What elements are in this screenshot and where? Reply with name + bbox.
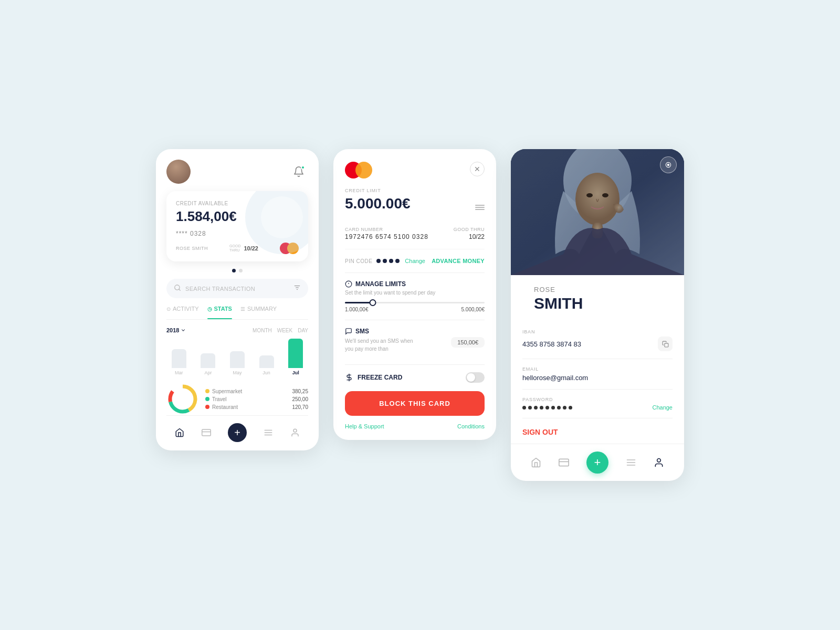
card-expiry-wrap: GOODTHRU 10/22 — [229, 244, 258, 253]
credit-limit-label: CREDIT LIMIT — [345, 188, 485, 193]
legend-section: Supermarket 380,25 Travel 250,00 Restaur… — [166, 383, 308, 415]
period-day[interactable]: DAY — [298, 328, 308, 333]
svg-rect-26 — [664, 343, 668, 346]
slider-fill — [345, 302, 373, 303]
legend-label-supermarket: Supermarket — [212, 388, 242, 394]
bar-label-mar: Mar — [175, 370, 183, 375]
freeze-row: FREEZE CARD — [345, 372, 485, 383]
nav-add[interactable]: + — [228, 423, 247, 442]
bar-label-may: May — [233, 370, 242, 375]
nav-menu[interactable] — [264, 428, 273, 437]
year-select[interactable]: 2018 — [166, 327, 186, 333]
pnav-card[interactable] — [559, 457, 569, 468]
menu-icon[interactable] — [475, 205, 485, 210]
block-card-button[interactable]: BLOCK THIS CARD — [345, 391, 485, 416]
screen2-card-settings: ✕ CREDIT LIMIT 5.000.00€ CARD NUMBER 197… — [333, 149, 496, 440]
nav-home[interactable] — [175, 428, 184, 437]
good-thru-value: 10/22 — [454, 233, 485, 240]
credit-limit-amount: 5.000.00€ — [345, 195, 411, 212]
svg-point-25 — [668, 164, 668, 165]
sign-out-button[interactable]: SIGN OUT — [522, 418, 673, 444]
limit-slider[interactable] — [345, 302, 485, 303]
manage-limits-label: MANAGE LIMITS — [355, 280, 406, 288]
profile-first-name: ROSE — [534, 286, 661, 293]
profile-photo — [511, 149, 684, 275]
iban-value: 4355 8758 3874 83 — [522, 340, 581, 348]
profile-photo-inner — [511, 149, 684, 275]
photo-overlay — [511, 149, 684, 275]
svg-point-32 — [657, 459, 660, 463]
pnav-add[interactable]: + — [586, 452, 608, 474]
email-label: EMAIL — [522, 366, 673, 372]
tabs: ⊙ ACTIVITY ◷ STATS ☰ SUMMARY — [166, 306, 308, 320]
good-thru-info: GOOD THRU 10/22 — [454, 227, 485, 240]
pin-dot-4 — [395, 259, 400, 263]
copy-iban-button[interactable] — [658, 337, 673, 351]
nav-user[interactable] — [290, 428, 300, 437]
tab-summary[interactable]: ☰ SUMMARY — [240, 306, 277, 315]
toggle-knob — [467, 373, 475, 382]
year-value: 2018 — [166, 327, 179, 333]
avatar[interactable] — [166, 160, 191, 184]
notification-button[interactable] — [289, 162, 308, 181]
freeze-toggle[interactable] — [466, 372, 485, 383]
advance-money-button[interactable]: ADVANCE MONEY — [432, 258, 485, 264]
pin-change-button[interactable]: Change — [405, 258, 425, 264]
password-change-button[interactable]: Change — [652, 404, 673, 411]
pw-dot-6 — [551, 406, 555, 410]
credit-card-widget: CREDIT AVAILABLE 1.584,00€ **** 0328 ROS… — [166, 191, 308, 261]
bar-col-may: May — [225, 351, 250, 375]
conditions-link[interactable]: Conditions — [457, 423, 485, 429]
help-support-link[interactable]: Help & Support — [345, 423, 384, 429]
card-number-value: 1972476 6574 5100 0328 — [345, 233, 428, 240]
divider-3 — [345, 364, 485, 365]
pin-dot-3 — [389, 259, 393, 263]
search-bar[interactable]: SEARCH TRANSACTION — [166, 279, 308, 298]
nav-card[interactable] — [202, 428, 211, 437]
chart-controls: 2018 MONTH WEEK DAY — [166, 327, 308, 333]
tab-activity-label: ACTIVITY — [173, 306, 199, 312]
chart-section: 2018 MONTH WEEK DAY Mar Apr — [166, 327, 308, 375]
camera-button[interactable] — [660, 156, 677, 173]
summary-icon: ☰ — [240, 306, 245, 312]
pw-dot-1 — [522, 406, 526, 410]
sms-header: SMS — [345, 328, 485, 335]
close-button[interactable]: ✕ — [470, 162, 485, 176]
email-row: EMAIL hellorose@gmail.com — [522, 359, 673, 390]
iban-value-row: 4355 8758 3874 83 — [522, 337, 673, 351]
slider-thumb[interactable] — [370, 299, 376, 306]
legend-val-supermarket: 380,25 — [292, 388, 308, 394]
dot-inactive[interactable] — [239, 269, 243, 272]
period-month[interactable]: MONTH — [253, 328, 272, 333]
profile-info: ROSE SMITH — [522, 275, 673, 312]
dot-active[interactable] — [232, 269, 236, 272]
svg-rect-27 — [559, 459, 569, 466]
legend-dot-supermarket — [205, 389, 209, 393]
period-week[interactable]: WEEK — [277, 328, 292, 333]
tab-activity[interactable]: ⊙ ACTIVITY — [166, 306, 199, 315]
divider-2 — [345, 320, 485, 320]
manage-limits-sub: Set the limit you want to spend per day — [345, 290, 485, 296]
profile-info-section: ROSE SMITH IBAN 4355 8758 3874 83 EMAIL … — [511, 275, 684, 444]
pin-dots — [376, 259, 400, 263]
bar-chart: Mar Apr May Jun Jul — [166, 339, 308, 375]
email-value: hellorose@gmail.com — [522, 374, 673, 382]
slider-min-label: 1.000,00€ — [345, 307, 369, 312]
tab-stats[interactable]: ◷ STATS — [207, 306, 232, 315]
pnav-user[interactable] — [654, 457, 664, 468]
pnav-home[interactable] — [531, 457, 541, 468]
legend-travel: Travel 250,00 — [205, 396, 308, 402]
legend-val-travel: 250,00 — [292, 396, 308, 402]
pnav-menu[interactable] — [626, 457, 636, 468]
pin-label: PIN CODE — [345, 258, 372, 264]
search-input[interactable]: SEARCH TRANSACTION — [185, 286, 289, 292]
bar-jul — [288, 339, 303, 368]
legend-val-restaurant: 120,70 — [292, 404, 308, 410]
bar-col-apr: Apr — [196, 353, 221, 375]
card-number-info: CARD NUMBER 1972476 6574 5100 0328 — [345, 227, 428, 240]
filter-icon[interactable] — [293, 284, 301, 293]
bottom-nav: + — [166, 415, 308, 442]
card-expiry-label: GOODTHRU — [229, 244, 240, 253]
sms-amount: 150,00€ — [451, 337, 485, 348]
pw-dot-9 — [569, 406, 572, 410]
